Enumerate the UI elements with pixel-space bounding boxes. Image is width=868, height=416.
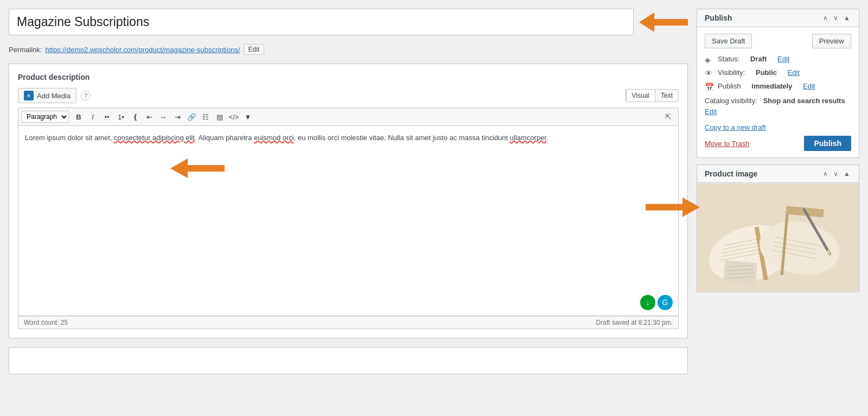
permalink-label: Permalink: xyxy=(9,46,42,54)
publish-button[interactable]: Publish xyxy=(804,136,851,151)
publish-panel-controls: ∧ ∨ ▲ xyxy=(822,14,851,22)
publish-time-edit-link[interactable]: Edit xyxy=(803,82,815,90)
move-to-trash-link[interactable]: Move to Trash xyxy=(705,140,749,148)
link-button[interactable]: 🔗 xyxy=(185,110,198,123)
catalog-label: Catalog visibility: xyxy=(705,97,757,105)
publish-time-row: 📅 Publish immediately Edit xyxy=(705,82,851,91)
bold-button[interactable]: B xyxy=(72,110,85,123)
align-left-button[interactable]: ⇤ xyxy=(143,110,156,123)
editor-tabs: Visual Text xyxy=(626,89,679,102)
publish-time-value: immediately xyxy=(751,82,792,90)
expand-editor-button[interactable]: ⇱ xyxy=(662,110,675,123)
svg-marker-0 xyxy=(639,12,688,32)
preview-button[interactable]: Preview xyxy=(812,34,851,48)
format-toolbar: Paragraph Heading 1 Heading 2 Heading 3 … xyxy=(18,108,679,126)
catalog-edit-link[interactable]: Edit xyxy=(705,108,717,116)
copy-draft-link[interactable]: Copy to a new draft xyxy=(705,123,851,131)
product-image-title: Product image xyxy=(705,169,757,178)
align-center-button[interactable]: ↔ xyxy=(157,110,170,123)
product-image-panel-up-button[interactable]: ∧ xyxy=(822,170,829,178)
post-title-input[interactable] xyxy=(9,9,633,35)
more-toolbar-button[interactable]: ▼ xyxy=(241,110,254,123)
tab-visual[interactable]: Visual xyxy=(626,90,655,102)
product-image-panel: Product image ∧ ∨ ▲ xyxy=(697,165,859,292)
product-image-svg xyxy=(697,183,859,292)
editor-content-area[interactable]: Lorem ipsum dolor sit amet, consectetur … xyxy=(18,126,679,316)
tab-text[interactable]: Text xyxy=(655,90,678,102)
publish-time-label: Publish xyxy=(718,82,741,90)
visibility-icon: 👁 xyxy=(705,69,713,78)
editor-footer: Word count: 25 Draft saved at 8:21:30 pm… xyxy=(18,316,679,329)
sidebar-arrow-annotation xyxy=(646,198,700,219)
publish-meta-section: ◈ Status: Draft Edit 👁 Visibility: Publi… xyxy=(705,55,851,117)
blockquote-button[interactable]: ❴ xyxy=(129,110,142,123)
svg-marker-1 xyxy=(170,159,225,178)
status-icon: ◈ xyxy=(705,55,713,64)
permalink-edit-button[interactable]: Edit xyxy=(244,44,265,55)
publish-panel-body: Save Draft Preview ◈ Status: Draft Edit … xyxy=(697,27,859,157)
product-image-panel-controls: ∧ ∨ ▲ xyxy=(822,170,851,178)
editor-tools: ↓ G xyxy=(640,295,673,310)
insert-table-button[interactable]: ☷ xyxy=(199,110,212,123)
publish-panel-down-button[interactable]: ∨ xyxy=(832,14,839,22)
publish-panel: Publish ∧ ∨ ▲ Save Draft Preview ◈ St xyxy=(697,9,859,158)
visibility-edit-link[interactable]: Edit xyxy=(788,68,800,77)
permalink-url[interactable]: https://demo2.wpscholor.com/product/maga… xyxy=(45,46,240,54)
svg-marker-24 xyxy=(646,198,700,217)
draft-saved-text: Draft saved at 8:21:30 pm. xyxy=(596,319,673,326)
status-label: Status: xyxy=(718,55,739,63)
add-media-icon: + xyxy=(24,91,34,100)
add-media-button[interactable]: + Add Media xyxy=(18,88,76,103)
publish-panel-header: Publish ∧ ∨ ▲ xyxy=(697,9,859,27)
catalog-value: Shop and search results xyxy=(763,97,845,105)
publish-panel-title: Publish xyxy=(705,14,732,22)
align-right-button[interactable]: ⇥ xyxy=(171,110,184,123)
visibility-label: Visibility: xyxy=(718,68,745,77)
spellcheck-tool[interactable]: ↓ xyxy=(640,295,655,310)
product-image-container[interactable] xyxy=(697,183,859,292)
insert-more-button[interactable]: ▤ xyxy=(213,110,226,123)
editor-section-title: Product description xyxy=(18,73,679,81)
svg-rect-19 xyxy=(723,260,757,285)
status-edit-link[interactable]: Edit xyxy=(777,55,789,63)
permalink-bar: Permalink: https://demo2.wpscholor.com/p… xyxy=(9,42,688,57)
italic-button[interactable]: I xyxy=(86,110,99,123)
paragraph-format-select[interactable]: Paragraph Heading 1 Heading 2 Heading 3 xyxy=(22,111,69,123)
publish-footer: Move to Trash Publish xyxy=(705,136,851,151)
calendar-icon: 📅 xyxy=(705,83,713,91)
status-value: Draft xyxy=(750,55,767,63)
help-icon[interactable]: ? xyxy=(81,91,91,100)
editor-text-content: Lorem ipsum dolor sit amet, consectetur … xyxy=(25,133,672,144)
word-count-value: 25 xyxy=(61,319,68,326)
visibility-value: Public xyxy=(756,68,777,77)
title-arrow-annotation xyxy=(639,12,688,32)
catalog-row: Catalog visibility: Shop and search resu… xyxy=(705,96,851,117)
content-arrow-annotation xyxy=(170,159,225,180)
visibility-row: 👁 Visibility: Public Edit xyxy=(705,68,851,78)
unordered-list-button[interactable]: •• xyxy=(100,110,113,123)
publish-panel-close-button[interactable]: ▲ xyxy=(843,14,851,22)
product-description-editor: Product description + Add Media ? Visual… xyxy=(9,64,688,338)
product-image-panel-down-button[interactable]: ∨ xyxy=(832,170,839,178)
publish-panel-up-button[interactable]: ∧ xyxy=(822,14,829,22)
ordered-list-button[interactable]: 1▪ xyxy=(114,110,127,123)
product-image-panel-close-button[interactable]: ▲ xyxy=(843,170,851,178)
word-count-label: Word count: xyxy=(24,319,59,326)
publish-actions-row: Save Draft Preview xyxy=(705,34,851,48)
grammarly-tool[interactable]: G xyxy=(658,295,673,310)
status-row: ◈ Status: Draft Edit xyxy=(705,55,851,64)
product-image-panel-header: Product image ∧ ∨ ▲ xyxy=(697,165,859,183)
code-button[interactable]: </> xyxy=(227,110,240,123)
bottom-section xyxy=(9,347,688,374)
save-draft-button[interactable]: Save Draft xyxy=(705,34,752,48)
